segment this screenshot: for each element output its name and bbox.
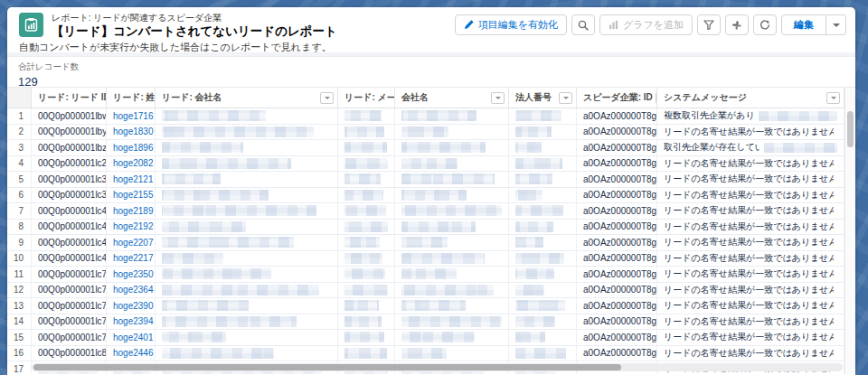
report-clipboard-icon	[24, 17, 39, 33]
corporate-number-cell	[509, 108, 577, 124]
lead-lastname-link[interactable]: hoge2350	[113, 269, 154, 279]
column-header-lead-id[interactable]: リード: リード ID	[32, 88, 107, 108]
column-menu-button[interactable]	[826, 92, 840, 104]
system-message-cell: リードの名寄せ結果が一致ではありません	[657, 346, 844, 361]
system-message-cell: リードの名寄せ結果が一致ではありません	[657, 283, 844, 298]
lead-lastname-link[interactable]: hoge2155	[113, 190, 154, 200]
table-row: 9 00Q0p000001lc4h hoge2207 a0OAz000000T8…	[7, 235, 844, 251]
edit-button-label: 編集	[794, 18, 814, 32]
lead-lastname-link[interactable]: hoge2207	[113, 238, 154, 248]
company-name-cell	[395, 156, 509, 172]
speeda-company-id-cell: a0OAz000000T8ge	[577, 172, 657, 187]
column-menu-button[interactable]	[559, 92, 572, 104]
column-header-lead-email[interactable]: リード: メール	[338, 88, 395, 108]
vertical-scrollbar-thumb[interactable]	[847, 111, 854, 147]
redacted-message-detail	[764, 143, 837, 153]
redacted-corporate-number	[515, 316, 555, 327]
redacted-corporate-number	[515, 190, 542, 201]
enable-field-edit-button[interactable]: 項目編集を有効化	[455, 14, 567, 35]
redacted-corporate-number	[515, 221, 553, 232]
company-name-cell	[395, 108, 509, 124]
add-chart-button[interactable]: グラフを追加	[599, 14, 693, 35]
lead-lastname-link[interactable]: hoge1716	[113, 111, 154, 121]
vertical-scrollbar[interactable]	[844, 88, 855, 374]
speeda-company-id-cell: a0OAz000000T8gg	[577, 203, 657, 219]
lead-company-cell	[156, 220, 338, 235]
lead-id-cell: 00Q0p000001lc8Y	[32, 346, 107, 361]
lead-email-cell	[338, 140, 395, 155]
edit-dropdown-button[interactable]	[826, 14, 846, 35]
lead-lastname-link[interactable]: hoge2192	[113, 221, 154, 231]
redacted-company-name	[401, 127, 448, 137]
column-header-lead-lastname[interactable]: リード: 姓	[107, 88, 156, 108]
slack-share-button[interactable]	[725, 14, 749, 35]
lead-lastname-link[interactable]: hoge2217	[113, 253, 154, 263]
lead-email-cell	[338, 125, 395, 140]
company-name-cell	[395, 125, 509, 140]
lead-lastname-link[interactable]: hoge2082	[113, 158, 154, 168]
lead-email-cell	[338, 314, 395, 330]
corporate-number-cell	[509, 172, 577, 187]
horizontal-scrollbar-thumb[interactable]	[33, 364, 621, 370]
system-message-cell: 取引先企業が存在していません。法人番号:	[657, 140, 844, 155]
column-header-speeda-id[interactable]: スピーダ企業: ID	[577, 88, 657, 108]
report-context-label: レポート: リードが関連するスピーダ企業	[52, 13, 337, 23]
system-message-cell: リードの名寄せ結果が一致ではありません	[657, 251, 844, 267]
column-menu-button[interactable]	[320, 92, 334, 104]
table-row: 10 00Q0p000001lc4r hoge2217 a0OAz000000T…	[7, 251, 844, 267]
row-number: 10	[7, 251, 32, 267]
company-name-cell	[395, 140, 509, 155]
redacted-lead-company	[162, 110, 266, 121]
search-button[interactable]	[571, 14, 595, 35]
column-header-system-message[interactable]: システムメッセージ	[657, 88, 844, 108]
lead-lastname-link[interactable]: hoge1896	[113, 143, 154, 153]
redacted-lead-company	[162, 316, 297, 327]
chart-icon	[609, 20, 618, 30]
row-number: 14	[7, 314, 32, 330]
redacted-company-name	[401, 158, 458, 169]
lead-lastname-link[interactable]: hoge2121	[113, 174, 154, 184]
refresh-button[interactable]	[753, 14, 777, 35]
lead-lastname-link[interactable]: hoge2401	[113, 333, 154, 342]
company-name-cell	[395, 283, 509, 298]
system-message-text: リードの名寄せ結果が一致ではありません	[664, 315, 834, 328]
redacted-lead-company	[162, 332, 226, 342]
edit-button[interactable]: 編集	[781, 14, 826, 35]
column-label: 法人番号	[515, 91, 552, 104]
lead-lastname-link[interactable]: hoge2394	[113, 316, 154, 326]
redacted-lead-company	[162, 173, 221, 184]
lead-lastname-link[interactable]: hoge2364	[113, 285, 154, 295]
system-message-cell: リードの名寄せ結果が一致ではありません	[657, 203, 844, 219]
lead-email-cell	[338, 283, 395, 298]
speeda-company-id-cell: a0OAz000000T8gl	[577, 283, 657, 298]
redacted-lead-email	[344, 300, 379, 311]
row-number: 4	[7, 156, 32, 172]
column-header-lead-company[interactable]: リード: 会社名	[156, 88, 338, 108]
lead-company-cell	[156, 125, 338, 140]
lead-lastname-link[interactable]: hoge2446	[113, 348, 154, 358]
lead-id-cell: 00Q0p000001lc2g	[32, 156, 107, 172]
lead-lastname-link[interactable]: hoge2390	[113, 301, 154, 311]
system-message-text: 複数取引先企業がありました。法人番号:	[664, 109, 755, 122]
column-header-company[interactable]: 会社名	[395, 88, 509, 108]
lead-id-cell: 00Q0p000001lc70	[32, 267, 107, 282]
filter-button[interactable]	[697, 14, 721, 35]
column-header-corporate-number[interactable]: 法人番号	[509, 88, 577, 108]
row-number: 1	[7, 108, 32, 124]
lead-company-cell	[156, 188, 338, 203]
column-label: リード: 会社名	[162, 91, 222, 104]
lead-id-cell: 00Q0p000001lc3J	[32, 172, 107, 187]
corporate-number-cell	[509, 330, 577, 345]
row-number: 6	[7, 188, 32, 203]
speeda-company-id-cell: a0OAz000000T8gh	[577, 220, 657, 235]
lead-lastname-link[interactable]: hoge1830	[113, 127, 154, 136]
report-table: リード: リード ID リード: 姓 リード: 会社名 リード: メール 会社名…	[7, 88, 855, 374]
redacted-lead-email	[344, 348, 387, 359]
lead-company-cell	[156, 314, 338, 330]
lead-lastname-link[interactable]: hoge2189	[113, 206, 154, 216]
lead-email-cell	[338, 188, 395, 203]
table-row: 7 00Q0p000001lc4P hoge2189 a0OAz000000T8…	[7, 203, 844, 220]
column-menu-button[interactable]	[491, 92, 505, 104]
horizontal-scrollbar[interactable]	[32, 363, 843, 371]
redacted-lead-email	[344, 142, 387, 153]
